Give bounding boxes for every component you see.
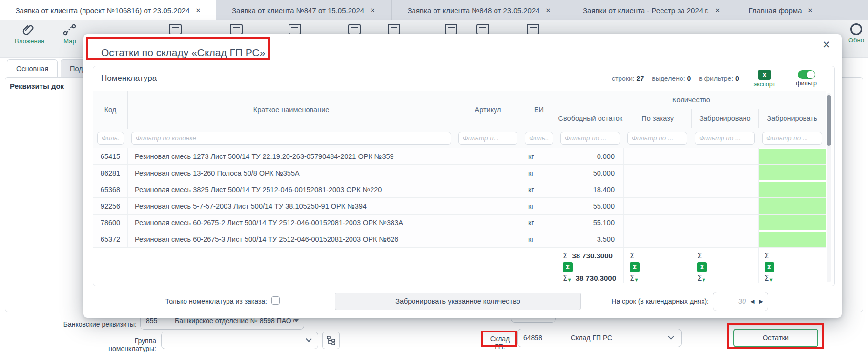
editable-green-cell[interactable] bbox=[759, 198, 826, 214]
editable-green-cell[interactable] bbox=[759, 181, 826, 197]
panel-title: Номенклатура bbox=[101, 74, 157, 83]
toggle-knob bbox=[807, 71, 815, 78]
warehouse-name-field[interactable]: Склад ГП РС bbox=[565, 329, 669, 347]
tab-label: Главная форма bbox=[749, 6, 802, 15]
toolbar-icon[interactable] bbox=[289, 24, 301, 35]
filter-input-code[interactable] bbox=[97, 132, 124, 145]
chevron-down-icon[interactable] bbox=[668, 333, 674, 340]
filtered-sum-icon: Σ bbox=[765, 274, 769, 283]
group-name-field[interactable] bbox=[191, 332, 307, 349]
table-row[interactable]: 92256 Резиновая смесь 5-7-57-2003 Лист 5… bbox=[93, 198, 826, 215]
col-header-name[interactable]: Краткое наименование bbox=[127, 91, 455, 129]
balances-button[interactable]: Остатки bbox=[733, 329, 818, 347]
editable-green-cell[interactable] bbox=[759, 165, 826, 181]
sum-button-icon[interactable]: Σ bbox=[630, 262, 640, 272]
chevron-down-icon[interactable] bbox=[306, 336, 312, 342]
col-header-reserved[interactable]: Забронировано bbox=[691, 109, 759, 128]
refresh-button[interactable]: Обно bbox=[848, 23, 864, 44]
export-control[interactable]: X экспорт bbox=[754, 70, 775, 88]
toolbar-icon[interactable] bbox=[476, 24, 489, 35]
close-icon[interactable]: ✕ bbox=[808, 7, 813, 14]
cell-reserve-editable[interactable] bbox=[758, 148, 826, 164]
filter-marker-icon: ▼ bbox=[635, 278, 638, 282]
reserve-quantity-button[interactable]: Забронировать указанное количество bbox=[335, 293, 581, 310]
totals-row: Σ38 730.3000 Σ Σ▼38 730.3000 Σ Σ Σ▼ Σ Σ … bbox=[93, 248, 826, 283]
filter-input-unit[interactable] bbox=[525, 132, 553, 145]
filter-input-article[interactable] bbox=[458, 132, 517, 145]
close-icon[interactable]: ✕ bbox=[715, 7, 720, 14]
col-header-by-order[interactable]: По заказу bbox=[624, 109, 691, 128]
col-header-free[interactable]: Свободный остаток bbox=[557, 109, 624, 128]
col-header-reserve[interactable]: Забронировать bbox=[758, 109, 826, 128]
cell-reserve-editable[interactable] bbox=[758, 165, 826, 181]
envelope-icon[interactable] bbox=[527, 24, 539, 35]
stepper-left-icon[interactable]: ◀ bbox=[750, 298, 754, 305]
cell-reserve-editable[interactable] bbox=[758, 181, 826, 197]
group-tree-button[interactable] bbox=[322, 332, 340, 349]
bank-requisites-label: Банковские реквизиты: bbox=[59, 320, 137, 328]
table-row[interactable]: 78600 Резиновая смесь 60-2675-2 Лист 500… bbox=[93, 215, 826, 231]
toolbar-icon[interactable] bbox=[230, 24, 243, 35]
attachments-button[interactable]: Вложения bbox=[15, 23, 44, 45]
filter-toggle[interactable] bbox=[798, 70, 815, 79]
filter-input-name[interactable] bbox=[131, 132, 451, 145]
toolbar-icon[interactable] bbox=[169, 24, 182, 35]
close-icon[interactable]: ✕ bbox=[546, 7, 551, 14]
tab-osnovnaya[interactable]: Основная bbox=[7, 59, 58, 78]
cell-unit: кг bbox=[521, 215, 557, 231]
filter-input-reserve[interactable] bbox=[762, 132, 822, 145]
cell-unit: кг bbox=[521, 181, 557, 197]
term-value[interactable]: 30 bbox=[738, 297, 746, 305]
warehouse-code-field[interactable]: 64858 bbox=[518, 329, 565, 347]
filter-input-by-order[interactable] bbox=[627, 132, 687, 145]
cell-reserve-editable[interactable] bbox=[758, 215, 826, 231]
filter-row bbox=[93, 129, 826, 148]
sum-button-icon[interactable]: Σ bbox=[765, 262, 774, 272]
route-button[interactable]: Мар bbox=[62, 23, 77, 45]
close-icon[interactable]: ✕ bbox=[370, 7, 375, 14]
toolbar-icon[interactable] bbox=[388, 24, 400, 35]
term-stepper[interactable]: 30 ◀ ▶ bbox=[713, 292, 768, 311]
cell-article bbox=[455, 215, 521, 231]
stepper-right-icon[interactable]: ▶ bbox=[759, 298, 763, 305]
col-header-unit[interactable]: ЕИ bbox=[521, 91, 557, 129]
table-row[interactable]: 65368 Резиновая смесь 3825 Лист 500/14 Т… bbox=[93, 181, 826, 198]
editable-green-cell[interactable] bbox=[759, 215, 826, 231]
dropdown-arrow-icon[interactable] bbox=[294, 319, 299, 322]
table-row[interactable]: 65372 Резиновая смесь 60-2675-3 Лист 500… bbox=[93, 231, 826, 248]
cell-reserve-editable[interactable] bbox=[758, 231, 826, 247]
cell-reserved bbox=[691, 165, 758, 181]
only-from-order-label: Только номенклатура из заказа: bbox=[157, 297, 267, 305]
table-scrollbar[interactable] bbox=[827, 93, 831, 282]
tab-registry-2024[interactable]: Заявки от клиента - Реестр за 2024 г. ✕ bbox=[567, 0, 736, 20]
warehouse-combo[interactable]: 64858 Склад ГП РС bbox=[517, 329, 682, 347]
only-from-order-checkbox[interactable] bbox=[271, 296, 280, 305]
editable-green-cell[interactable] bbox=[759, 231, 826, 247]
col-header-code[interactable]: Код bbox=[93, 91, 127, 129]
tab-main-form[interactable]: Главная форма ✕ bbox=[736, 0, 826, 20]
filter-control[interactable]: фильтр bbox=[796, 70, 817, 87]
table-row[interactable]: 86281 Резиновая смесь 13-260 Полоса 50/8… bbox=[93, 165, 826, 181]
close-icon[interactable]: ✕ bbox=[822, 39, 831, 51]
tab-request-847[interactable]: Заявка от клиента №847 от 15.05.2024 ✕ bbox=[216, 0, 392, 20]
filter-marker-icon: ▼ bbox=[702, 278, 705, 282]
toolbar-icon[interactable] bbox=[348, 24, 361, 35]
cell-unit: кг bbox=[521, 165, 557, 181]
group-code-field[interactable] bbox=[162, 332, 191, 349]
scrollbar-thumb[interactable] bbox=[827, 95, 831, 146]
col-header-article[interactable]: Артикул bbox=[455, 91, 521, 129]
nomenclature-group-combo[interactable] bbox=[161, 332, 318, 349]
sum-button-icon[interactable]: Σ bbox=[697, 262, 707, 272]
toolbar-icon[interactable] bbox=[445, 24, 457, 35]
editable-green-cell[interactable] bbox=[759, 148, 826, 164]
cell-reserve-editable[interactable] bbox=[758, 198, 826, 214]
close-icon[interactable]: ✕ bbox=[196, 7, 201, 14]
tab-request-848[interactable]: Заявка от клиента №848 от 23.05.2024 ✕ bbox=[392, 0, 567, 20]
table-row[interactable]: 65415 Резиновая смесь 1273 Лист 500/14 Т… bbox=[93, 148, 826, 165]
filter-input-free[interactable] bbox=[560, 132, 620, 145]
tab-request-project[interactable]: Заявка от клиента (проект №106816) от 23… bbox=[0, 0, 216, 20]
paperclip-icon bbox=[22, 23, 36, 36]
filter-input-reserved[interactable] bbox=[695, 132, 755, 145]
excel-export-icon[interactable]: X bbox=[758, 70, 771, 80]
sum-button-icon[interactable]: Σ bbox=[563, 262, 573, 272]
